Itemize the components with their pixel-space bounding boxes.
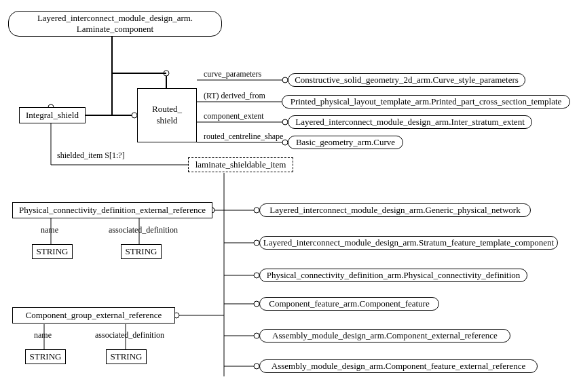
type-string-2: STRING: [121, 244, 162, 259]
entity-component-external-reference: Assembly_module_design_arm.Component_ext…: [259, 329, 510, 342]
entity-basic-curve: Basic_geometry_arm.Curve: [288, 136, 403, 149]
entity-pced: Physical_connectivity_definition_externa…: [12, 202, 212, 218]
entity-inter-stratum-extent: Layered_interconnect_module_design_arm.I…: [288, 115, 532, 129]
type-string-1: STRING: [32, 244, 73, 259]
entity-cger: Component_group_external_reference: [12, 307, 175, 324]
type-string-4: STRING: [106, 349, 147, 364]
attr-cger-name: name: [34, 330, 52, 340]
attr-derived-from: (RT) derived_from: [204, 91, 265, 101]
entity-stratum-feature-template-component: Layered_interconnect_module_design_arm.S…: [259, 236, 558, 250]
svg-point-14: [164, 71, 169, 76]
entity-label: Component_feature_arm.Component_feature: [269, 298, 429, 309]
attr-pced-assoc: associated_definition: [109, 225, 178, 235]
entity-label: Physical_connectivity_definition_externa…: [19, 205, 206, 216]
entity-text-line2: Laminate_component: [77, 24, 153, 35]
svg-point-24: [254, 273, 259, 278]
entity-label: Component_group_external_reference: [26, 310, 162, 321]
svg-point-10: [282, 119, 288, 125]
entity-label: Layered_interconnect_module_design_arm.S…: [263, 237, 555, 248]
entity-label-l2: shield: [156, 115, 177, 127]
svg-point-26: [254, 301, 259, 307]
attr-component-extent: component_extent: [204, 111, 264, 121]
type-label: STRING: [111, 351, 143, 362]
entity-label: Layered_interconnect_module_design_arm.G…: [269, 205, 520, 216]
svg-point-7: [282, 77, 288, 83]
entity-label: Assembly_module_design_arm.Component_fea…: [272, 361, 525, 372]
type-label: STRING: [126, 246, 157, 257]
svg-point-20: [254, 208, 259, 213]
entity-component-feature: Component_feature_arm.Component_feature: [259, 297, 439, 311]
entity-label: Basic_geometry_arm.Curve: [296, 137, 395, 148]
entity-text-line1: Layered_interconnect_module_design_arm.: [37, 13, 193, 24]
type-label: STRING: [37, 246, 69, 257]
attr-shielded-item: shielded_item S[1:?]: [57, 151, 125, 161]
svg-point-28: [254, 333, 259, 338]
entity-label-l1: Routed_: [152, 104, 182, 115]
entity-printed-part-cross-section: Printed_physical_layout_template_arm.Pri…: [282, 95, 570, 109]
attr-cger-assoc: associated_definition: [95, 330, 164, 340]
attr-pced-name: name: [41, 225, 58, 235]
attr-routed-centreline: routed_centreline_shape: [204, 132, 283, 142]
entity-routed-shield: Routed_ shield: [137, 88, 197, 142]
entity-label: Physical_connectivity_definition_arm.Phy…: [267, 270, 521, 281]
svg-point-30: [254, 364, 259, 369]
entity-generic-physical-network: Layered_interconnect_module_design_arm.G…: [259, 203, 531, 217]
svg-point-22: [254, 240, 259, 246]
entity-label: Layered_interconnect_module_design_arm.I…: [295, 117, 525, 128]
type-string-3: STRING: [25, 349, 66, 364]
entity-label: Integral_shield: [26, 110, 79, 121]
select-label: laminate_shieldable_item: [195, 159, 286, 170]
entity-label: Constructive_solid_geometry_2d_arm.Curve…: [295, 75, 519, 85]
select-laminate-shieldable-item: laminate_shieldable_item: [188, 157, 293, 172]
entity-label: Printed_physical_layout_template_arm.Pri…: [291, 96, 562, 107]
entity-laminate-component: Layered_interconnect_module_design_arm. …: [8, 11, 222, 37]
type-label: STRING: [30, 351, 62, 362]
attr-curve-parameters: curve_parameters: [204, 69, 261, 79]
entity-physical-connectivity-definition: Physical_connectivity_definition_arm.Phy…: [259, 269, 527, 282]
entity-curve-style-parameters: Constructive_solid_geometry_2d_arm.Curve…: [288, 73, 525, 87]
entity-component-feature-external-reference: Assembly_module_design_arm.Component_fea…: [259, 359, 538, 373]
entity-label: Assembly_module_design_arm.Component_ext…: [272, 330, 498, 341]
entity-integral-shield: Integral_shield: [19, 107, 86, 123]
svg-point-5: [132, 113, 137, 118]
